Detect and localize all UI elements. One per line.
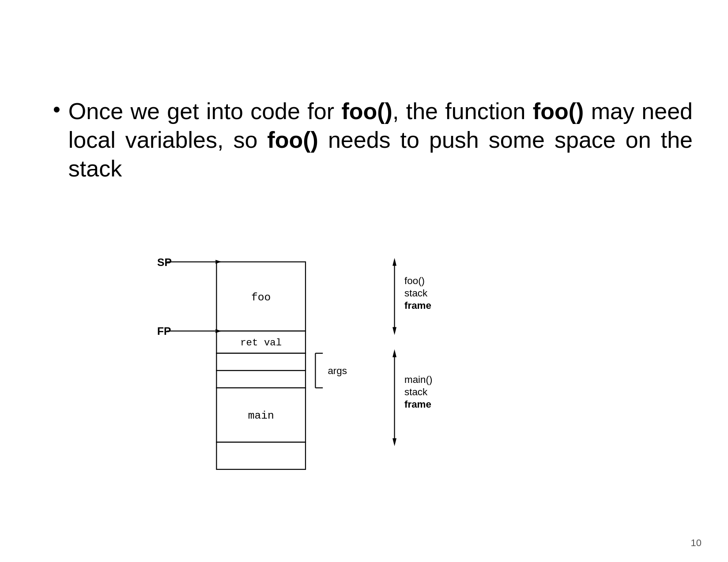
svg-marker-15 <box>392 327 396 335</box>
foo-bold-2: foo() <box>533 98 584 124</box>
page-number: 10 <box>691 537 702 549</box>
svg-marker-17 <box>392 349 396 357</box>
foo-frame-label3: frame <box>404 300 431 311</box>
foo-bold-1: foo() <box>341 98 392 124</box>
fp-label: FP <box>157 325 171 337</box>
bullet-dot: • <box>53 99 60 120</box>
main-frame-label3: frame <box>404 399 431 410</box>
ret-val-label: ret val <box>240 337 282 348</box>
sp-label: SP <box>157 256 172 268</box>
svg-marker-14 <box>392 258 396 266</box>
main-frame-label2: stack <box>404 386 428 397</box>
foo-frame-label1: foo() <box>404 275 425 286</box>
bullet-text: Once we get into code for foo(), the fun… <box>68 97 693 183</box>
svg-rect-5 <box>216 442 306 469</box>
stack-diagram: foo ret val main SP FP args <box>141 247 494 494</box>
bullet-point: • Once we get into code for foo(), the f… <box>53 97 693 183</box>
foo-frame-label2: stack <box>404 288 428 299</box>
svg-marker-18 <box>392 438 396 446</box>
foo-label: foo <box>251 291 271 303</box>
foo-bold-3: foo() <box>267 127 318 153</box>
svg-rect-3 <box>216 371 306 388</box>
args-label: args <box>328 365 347 376</box>
diagram-svg: foo ret val main SP FP args <box>141 247 494 494</box>
main-label: main <box>248 409 274 422</box>
slide-content: • Once we get into code for foo(), the f… <box>53 97 693 187</box>
svg-rect-2 <box>216 353 306 371</box>
main-frame-label1: main() <box>404 374 432 385</box>
